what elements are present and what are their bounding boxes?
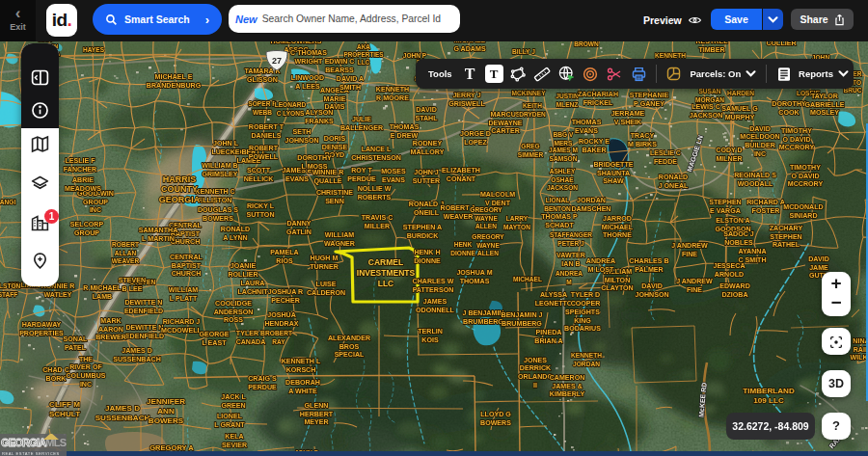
svg-text:JAME: JAME (809, 264, 828, 272)
svg-text:PECHER: PECHER (271, 297, 300, 305)
svg-text:DORIS: DORIS (324, 135, 346, 143)
svg-text:TERLIN: TERLIN (418, 328, 443, 335)
svg-text:C THOMAS: C THOMAS (290, 49, 327, 57)
svg-text:CARMEL: CARMEL (368, 257, 403, 267)
svg-text:STAHL: STAHL (415, 115, 438, 122)
svg-text:SPEIGHTS: SPEIGHTS (565, 308, 600, 316)
svg-text:SUTTON: SUTTON (246, 211, 274, 219)
svg-text:ROBERT: ROBERT (265, 330, 292, 336)
svg-text:SUSSENBACH: SUSSENBACH (113, 356, 161, 363)
svg-text:STEPHANIE: STEPHANIE (630, 92, 669, 99)
svg-text:109 LLC: 109 LLC (753, 396, 784, 405)
svg-text:JAMES M: JAMES M (549, 147, 579, 153)
svg-text:ONEILL: ONEILL (414, 209, 440, 217)
svg-text:BRUMBERG: BRUMBERG (502, 320, 542, 328)
svg-text:BBG V: BBG V (554, 131, 574, 138)
svg-text:MICHAEL E: MICHAEL E (155, 73, 193, 81)
svg-text:IAN B: IAN B (561, 260, 580, 268)
svg-text:WEBB: WEBB (253, 109, 272, 116)
svg-text:LARRY: LARRY (506, 215, 529, 222)
svg-text:OSHAE: OSHAE (551, 176, 574, 183)
svg-text:WRIGHT: WRIGHT (295, 58, 323, 66)
svg-text:CARTER: CARTER (491, 127, 520, 135)
svg-text:CONANT: CONANT (447, 175, 476, 183)
svg-text:MCDONALD: MCDONALD (783, 203, 823, 211)
svg-text:FEDDE: FEDDE (654, 158, 677, 166)
svg-text:DRYDEN: DRYDEN (519, 111, 546, 118)
svg-text:B LEE: B LEE (122, 285, 143, 293)
svg-text:TYLER D: TYLER D (571, 291, 600, 299)
svg-text:LIONEL: LIONEL (217, 413, 243, 420)
svg-text:BRIDGETTE: BRIDGETTE (594, 161, 634, 169)
svg-text:STEPHEN A: STEPHEN A (403, 224, 442, 231)
svg-text:SONAL: SONAL (64, 335, 88, 343)
svg-text:E VARGA: E VARGA (710, 207, 741, 215)
svg-text:FRANKS: FRANKS (305, 118, 334, 125)
svg-text:WILLIAM: WILLIAM (325, 231, 354, 239)
svg-text:DIONNE: DIONNE (450, 250, 475, 256)
svg-text:KENNETH: KENNETH (571, 352, 602, 359)
svg-text:JORGE D: JORGE D (460, 130, 491, 138)
svg-text:GABRIELLE: GABRIELLE (805, 101, 845, 109)
svg-text:SHAW: SHAW (603, 177, 624, 185)
svg-text:PINEDA: PINEDA (536, 329, 562, 336)
svg-text:ZACHARY: ZACHARY (770, 225, 803, 232)
svg-text:MURPHY: MURPHY (725, 114, 755, 121)
svg-text:WILLIAM: WILLIAM (169, 286, 198, 294)
svg-text:SADOC J: SADOC J (723, 230, 754, 238)
svg-text:MARK: MARK (100, 317, 122, 325)
svg-text:STEVEN: STEVEN (119, 277, 146, 284)
svg-text:KIMBERLY: KIMBERLY (550, 390, 585, 398)
svg-text:NINA: NINA (853, 337, 868, 345)
svg-text:CHRISTINE: CHRISTINE (316, 189, 353, 197)
svg-text:RODNEY: RODNEY (413, 140, 443, 148)
svg-text:RICHARD J: RICHARD J (163, 318, 201, 326)
svg-text:BOWERS: BOWERS (203, 215, 233, 223)
svg-text:DAVID: DAVID (641, 282, 663, 290)
svg-text:PETER J: PETER J (557, 240, 584, 247)
svg-text:TYLER B: TYLER B (236, 330, 265, 337)
svg-text:DAVID: DAVID (749, 125, 771, 133)
svg-text:JACKSON: JACKSON (690, 112, 723, 120)
svg-text:RONALD: RONALD (659, 174, 688, 181)
svg-text:JENNIFER: JENNIFER (147, 397, 185, 406)
svg-text:LANCE L: LANCE L (362, 146, 392, 153)
svg-text:FANCHER: FANCHER (64, 166, 96, 174)
svg-text:L GRANT: L GRANT (214, 421, 245, 429)
svg-text:MILTON: MILTON (605, 277, 631, 284)
svg-text:ANDREA: ANDREA (586, 257, 615, 265)
svg-text:DENISE: DENISE (322, 144, 348, 151)
svg-text:MICHAEL: MICHAEL (513, 276, 542, 282)
svg-text:J ONEAL: J ONEAL (659, 182, 689, 190)
svg-text:GREG: GREG (521, 143, 539, 149)
svg-text:SAMSON: SAMSON (550, 155, 578, 162)
svg-text:PERDUE: PERDUE (347, 175, 376, 183)
svg-text:CHARLES B: CHARLES B (629, 257, 668, 265)
svg-text:LLC: LLC (358, 59, 370, 66)
svg-text:J BENJAMIN: J BENJAMIN (463, 309, 504, 317)
svg-text:NELLICK: NELLICK (244, 175, 275, 183)
svg-text:ELSTON: ELSTON (0, 282, 21, 289)
svg-text:BILLY J: BILLY J (512, 48, 535, 55)
svg-text:INC: INC (80, 381, 92, 389)
svg-text:TAYLOR: TAYLOR (811, 93, 838, 100)
svg-text:M: M (566, 279, 572, 285)
svg-text:EVANS: EVANS (382, 176, 405, 184)
svg-text:ALEXANDER: ALEXANDER (328, 335, 370, 342)
svg-text:BALLENGER: BALLENGER (340, 124, 383, 132)
svg-text:C LYONS: C LYONS (277, 110, 305, 117)
svg-text:ROY T: ROY T (351, 167, 372, 174)
svg-text:CLIFF M: CLIFF M (49, 400, 80, 409)
svg-text:TIMOTHY: TIMOTHY (790, 164, 821, 172)
svg-text:DOROTHY: DOROTHY (297, 154, 332, 162)
svg-text:RATHEL: RATHEL (773, 241, 800, 249)
svg-text:L EAST: L EAST (202, 339, 227, 347)
svg-text:E DREW: E DREW (391, 132, 419, 140)
svg-text:R MICHAEL: R MICHAEL (83, 284, 122, 292)
svg-text:SENN: SENN (325, 198, 344, 205)
svg-text:ALLAN: ALLAN (115, 250, 137, 256)
svg-text:L PLATT: L PLATT (170, 295, 198, 303)
svg-text:MEADOWS: MEADOWS (65, 185, 101, 193)
svg-text:SCOTT: SCOTT (247, 167, 271, 174)
svg-text:PROPERTIES: PROPERTIES (19, 330, 64, 337)
